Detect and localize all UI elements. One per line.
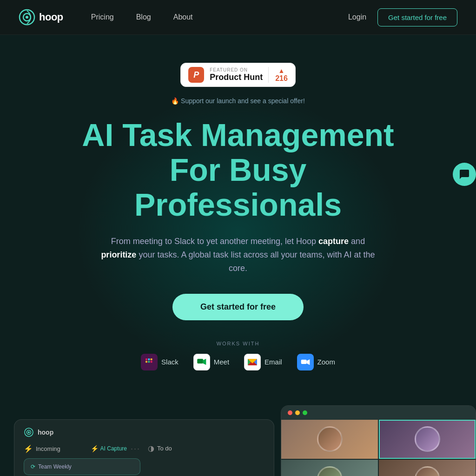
svg-rect-6	[148, 361, 150, 363]
incoming-column-title: ⚡ Incoming	[24, 444, 60, 453]
nav-links: Pricing Blog About	[82, 9, 348, 25]
task-sync-icon: ⟳	[31, 463, 35, 470]
email-icon	[244, 354, 261, 370]
product-hunt-subtext: 🔥 Support our launch and see a special o…	[171, 97, 305, 105]
email-label: Email	[264, 358, 282, 366]
maximize-dot	[303, 410, 307, 415]
video-person-4	[379, 460, 476, 476]
nav-logo[interactable]: hoop	[19, 9, 63, 26]
logo-text: hoop	[39, 11, 63, 23]
svg-point-2	[26, 16, 28, 19]
works-with-email: Email	[244, 354, 282, 370]
todo-label: To do	[157, 445, 172, 452]
nav-link-blog[interactable]: Blog	[127, 9, 160, 25]
ai-capture-label: ⚡ AI Capture	[91, 445, 127, 452]
works-with-label: WORKS WITH	[141, 341, 335, 346]
nav-link-about[interactable]: About	[164, 9, 202, 25]
minimize-dot	[295, 410, 300, 415]
more-options-icon[interactable]: ···	[131, 444, 140, 454]
meet-icon	[193, 354, 210, 370]
incoming-label: Incoming	[36, 445, 60, 452]
hero-description: From meeting to Slack to yet another mee…	[94, 235, 382, 275]
capture-bold: capture	[318, 237, 349, 246]
works-with-icons: Slack Meet	[141, 354, 335, 370]
svg-rect-8	[151, 361, 152, 363]
prioritize-bold: prioritize	[101, 250, 136, 259]
video-mockup: hoop	[281, 405, 476, 476]
nav-get-started-button[interactable]: Get started for free	[377, 8, 457, 26]
product-hunt-name: Product Hunt	[210, 73, 263, 82]
ai-icon: ⚡	[91, 445, 99, 452]
product-hunt-text: FEATURED ON Product Hunt	[210, 67, 263, 82]
login-link[interactable]: Login	[348, 13, 366, 21]
chat-icon	[459, 169, 470, 180]
incoming-column-header: ⚡ Incoming ⚡ AI Capture ···	[24, 444, 140, 454]
nav-link-pricing[interactable]: Pricing	[82, 9, 123, 25]
svg-rect-3	[145, 358, 147, 360]
video-person-3: hoop	[281, 460, 378, 476]
svg-marker-18	[306, 359, 310, 365]
task-card-text: ⟳ Team Weekly	[31, 463, 133, 470]
mockup-hoop-logo-icon	[24, 427, 34, 437]
hoop-logo-icon	[19, 9, 35, 26]
svg-rect-17	[301, 359, 306, 364]
hero-title: AI Task Management For Busy Professional…	[64, 118, 412, 222]
upvote-arrow-icon: ▲	[278, 67, 285, 74]
circle-icon: ◑	[148, 444, 154, 453]
product-hunt-votes: ▲ 216	[268, 67, 288, 83]
video-grid: hoop	[281, 420, 476, 476]
todo-column-title: ◑ To do	[148, 444, 172, 453]
works-with-meet: Meet	[193, 354, 229, 370]
nav-right: Login Get started for free	[348, 8, 457, 26]
svg-rect-9	[197, 359, 203, 363]
svg-rect-4	[145, 361, 147, 363]
mockup-logo-text: hoop	[38, 429, 53, 436]
close-dot	[288, 410, 292, 415]
works-with-section: WORKS WITH Slack	[141, 341, 335, 370]
mockup-section: hoop ⚡ Incoming ⚡ AI Capture ···	[0, 412, 476, 476]
todo-column-header: ◑ To do	[148, 444, 264, 453]
lightning-icon: ⚡	[24, 444, 33, 453]
product-hunt-badge[interactable]: P FEATURED ON Product Hunt ▲ 216	[180, 63, 296, 87]
app-mockup-left: hoop ⚡ Incoming ⚡ AI Capture ···	[14, 419, 274, 476]
todo-column: ◑ To do	[148, 444, 264, 475]
svg-rect-5	[148, 358, 150, 360]
zoom-label: Zoom	[317, 358, 335, 366]
product-hunt-featured-label: FEATURED ON	[210, 67, 248, 73]
mockup-columns: ⚡ Incoming ⚡ AI Capture ··· ⟳ Team W	[24, 444, 264, 475]
chat-bubble[interactable]	[453, 163, 476, 186]
svg-marker-10	[203, 358, 206, 364]
incoming-column: ⚡ Incoming ⚡ AI Capture ··· ⟳ Team W	[24, 444, 140, 475]
task-card: ⟳ Team Weekly	[24, 458, 140, 475]
video-mockup-header	[281, 406, 476, 420]
hero-section: P FEATURED ON Product Hunt ▲ 216 🔥 Suppo…	[0, 35, 476, 389]
svg-point-21	[28, 431, 30, 433]
navbar: hoop Pricing Blog About Login Get starte…	[0, 0, 476, 35]
hero-get-started-button[interactable]: Get started for free	[172, 294, 304, 320]
slack-icon	[141, 354, 158, 370]
video-person-1	[281, 420, 378, 459]
video-person-2	[379, 420, 476, 459]
zoom-icon	[297, 354, 314, 370]
slack-label: Slack	[161, 358, 178, 366]
works-with-slack: Slack	[141, 354, 178, 370]
product-hunt-logo: P	[188, 67, 204, 83]
mockup-header: hoop	[24, 427, 264, 437]
vote-count: 216	[275, 74, 288, 83]
svg-rect-7	[151, 358, 152, 360]
meet-label: Meet	[214, 358, 229, 366]
works-with-zoom: Zoom	[297, 354, 335, 370]
